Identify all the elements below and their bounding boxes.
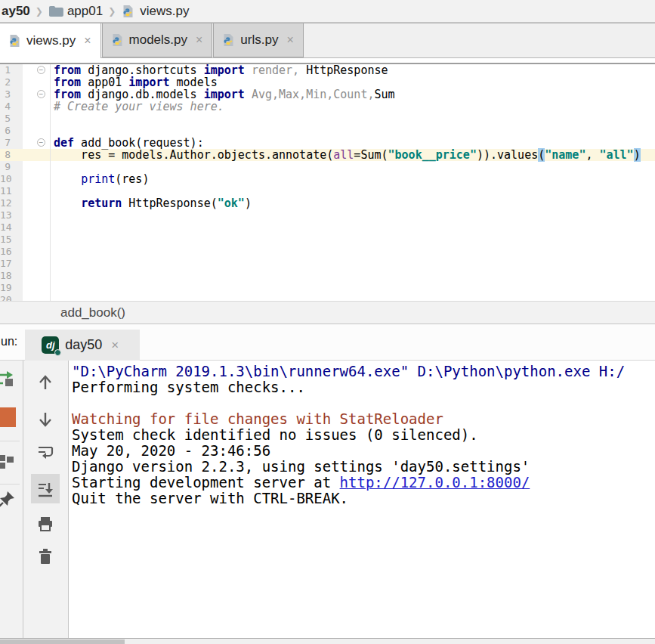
folder-icon [48, 5, 63, 17]
down-button[interactable] [36, 410, 55, 429]
console-text: "D:\PyCharm 2019.1.3\bin\runnerw64.exe" … [72, 363, 625, 379]
fold-column [23, 270, 51, 282]
close-icon[interactable]: × [111, 338, 119, 353]
code-line[interactable]: 12 return HttpResponse("ok") [0, 197, 655, 209]
print-button[interactable] [36, 514, 55, 534]
line-number: 5 [0, 113, 23, 125]
breadcrumb-item-views[interactable]: views.py [121, 4, 189, 19]
python-file-icon [110, 33, 124, 47]
code-line[interactable]: 6 [0, 125, 655, 137]
run-panel-label: un: [1, 335, 17, 348]
console-text: System check identified no issues (0 sil… [72, 426, 478, 443]
fold-column [23, 76, 51, 88]
console-toolbar [23, 361, 69, 638]
code-line[interactable]: 5 [0, 113, 655, 125]
close-icon[interactable]: × [286, 33, 293, 47]
scroll-to-end-button[interactable] [36, 480, 55, 500]
close-icon[interactable]: × [84, 34, 91, 48]
tab-label: views.py [26, 33, 76, 48]
code-line[interactable]: 16 [0, 246, 655, 258]
breadcrumb-item-day50[interactable]: ay50 [2, 4, 30, 19]
code-line[interactable]: 13 [0, 209, 655, 221]
code-line[interactable]: 20 [0, 294, 655, 301]
line-number: 16 [0, 246, 23, 258]
horizontal-scrollbar[interactable] [0, 638, 655, 644]
run-controls-toolbar [0, 361, 23, 638]
restore-layout-icon [0, 452, 16, 472]
line-number: 17 [0, 258, 23, 270]
code-line[interactable]: 11 [0, 185, 655, 197]
fold-icon[interactable]: − [37, 138, 45, 147]
fold-column [23, 209, 51, 221]
breadcrumb-item-app01[interactable]: app01 [48, 4, 103, 19]
toolbar-divider [0, 484, 20, 485]
code-text [51, 209, 655, 221]
chevron-right-icon: ❯ [108, 6, 116, 17]
run-panel-header: un: dj day50 × [0, 324, 655, 361]
code-line[interactable]: 8 res = models.Author.objects.annotate(a… [0, 149, 655, 161]
console-line: May 20, 2020 - 23:46:56 [72, 443, 655, 459]
code-line[interactable]: 2from app01 import models [0, 76, 655, 88]
server-url-link[interactable]: http://127.0.0.1:8000/ [340, 474, 530, 491]
console-text: Watching for file changes with StatReloa… [72, 410, 443, 427]
rerun-button[interactable] [0, 369, 16, 389]
line-number: 7 [0, 137, 23, 149]
code-line[interactable]: 17 [0, 258, 655, 270]
console-line: Performing system checks... [72, 379, 655, 395]
fold-column [23, 185, 51, 197]
python-file-icon [121, 5, 136, 17]
django-icon: dj [42, 336, 59, 354]
console-line [72, 395, 655, 411]
close-icon[interactable]: × [196, 33, 202, 47]
editor-tab-views.py[interactable]: views.py× [0, 23, 101, 58]
code-text: # Create your views here. [51, 101, 655, 113]
code-line[interactable]: 9 [0, 161, 655, 173]
run-tab-day50[interactable]: dj day50 × [25, 330, 140, 361]
fold-column [23, 161, 51, 173]
python-file-icon [8, 34, 21, 48]
line-number: 13 [0, 209, 23, 221]
code-line[interactable]: 7−def add_book(request): [0, 137, 655, 149]
line-number: 6 [0, 125, 23, 137]
soft-wrap-icon [36, 443, 54, 461]
breadcrumb-label: ay50 [2, 4, 30, 19]
breadcrumb: ay50❯app01❯views.py [0, 0, 655, 23]
code-line[interactable]: 3−from django.db.models import Avg,Max,M… [0, 88, 655, 101]
code-text: from django.shortcuts import render, Htt… [51, 64, 655, 76]
python-file-icon [221, 33, 235, 47]
code-line[interactable]: 10 print(res) [0, 173, 655, 185]
up-button[interactable] [36, 373, 55, 392]
code-line[interactable]: 19 [0, 282, 655, 294]
code-line[interactable]: 1−from django.shortcuts import render, H… [0, 64, 655, 76]
restore-layout-button[interactable] [0, 452, 16, 472]
pin-button[interactable] [0, 490, 16, 509]
chevron-right-icon: ❯ [36, 6, 43, 17]
console-line: System check identified no issues (0 sil… [72, 427, 655, 443]
fold-icon[interactable]: − [37, 66, 45, 74]
fold-column [23, 101, 51, 113]
editor-tab-urls.py[interactable]: urls.py× [213, 23, 303, 57]
function-breadcrumb[interactable]: add_book() [60, 305, 125, 320]
clear-button[interactable] [36, 546, 55, 566]
code-line[interactable]: 15 [0, 234, 655, 246]
fold-column [23, 258, 51, 270]
fold-column [23, 282, 51, 294]
code-line[interactable]: 4# Create your views here. [0, 101, 655, 113]
fold-icon[interactable]: − [37, 90, 45, 98]
code-line[interactable]: 18 [0, 270, 655, 282]
fold-column: − [23, 137, 51, 149]
soft-wrap-button[interactable] [36, 442, 55, 462]
code-text: res = models.Author.objects.annotate(all… [51, 149, 655, 161]
console-line: "D:\PyCharm 2019.1.3\bin\runnerw64.exe" … [72, 364, 655, 379]
code-line[interactable]: 14 [0, 221, 655, 234]
console-output[interactable]: "D:\PyCharm 2019.1.3\bin\runnerw64.exe" … [69, 361, 655, 638]
scrollbar-thumb[interactable] [0, 639, 125, 644]
stop-button[interactable] [0, 407, 16, 427]
code-editor[interactable]: 1−from django.shortcuts import render, H… [0, 64, 655, 301]
line-number: 18 [0, 270, 23, 282]
line-number: 19 [0, 282, 23, 294]
editor-tab-models.py[interactable]: models.py× [102, 23, 213, 57]
line-number: 20 [0, 294, 23, 301]
code-text [51, 258, 655, 270]
code-text [51, 185, 655, 197]
